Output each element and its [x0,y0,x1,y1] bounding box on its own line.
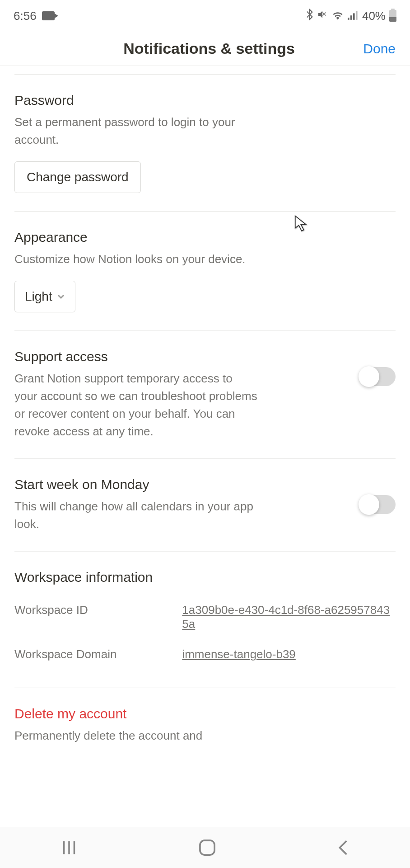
start-week-section: Start week on Monday This will change ho… [14,459,396,552]
signal-icon [348,9,359,23]
workspace-id-label: Workspace ID [14,603,182,631]
done-button[interactable]: Done [363,41,396,57]
workspace-info-title: Workspace information [14,570,396,585]
password-desc: Set a permanent password to login to you… [14,113,258,149]
delete-account-desc: Permanently delete the account and [14,727,303,745]
svg-rect-2 [353,13,355,19]
camera-icon [42,11,55,20]
change-password-button[interactable]: Change password [14,161,141,193]
workspace-info-section: Workspace information Workspace ID 1a309… [14,552,396,688]
appearance-section: Appearance Customize how Notion looks on… [14,212,396,331]
recents-button[interactable] [60,840,78,856]
delete-account-section[interactable]: Delete my account Permanently delete the… [14,688,396,749]
svg-rect-1 [350,15,352,20]
start-week-toggle[interactable] [359,495,396,514]
appearance-select-value: Light [25,289,52,304]
password-section: Password Set a permanent password to log… [14,74,396,212]
workspace-domain-value[interactable]: immense-tangelo-b39 [182,647,396,661]
start-week-desc: This will change how all calendars in yo… [14,498,258,533]
workspace-domain-row: Workspace Domain immense-tangelo-b39 [14,639,396,670]
workspace-id-row: Workspace ID 1a309b0e-e430-4c1d-8f68-a62… [14,595,396,639]
status-bar: 6:56 40% [0,0,410,32]
support-access-desc: Grant Notion support temporary access to… [14,370,258,440]
start-week-title: Start week on Monday [14,477,258,492]
back-button[interactable] [336,840,350,856]
appearance-title: Appearance [14,230,396,245]
workspace-id-value[interactable]: 1a309b0e-e430-4c1d-8f68-a6259578435a [182,603,396,631]
chevron-down-icon [57,292,65,301]
support-access-title: Support access [14,349,258,364]
support-access-toggle[interactable] [359,367,396,386]
workspace-domain-label: Workspace Domain [14,647,182,661]
home-button[interactable] [199,839,216,856]
system-nav-bar [0,827,410,868]
battery-text: 40% [362,9,386,23]
status-left: 6:56 [14,9,55,23]
volume-mute-icon [317,9,328,23]
appearance-select[interactable]: Light [14,281,75,312]
delete-account-title: Delete my account [14,706,396,722]
wifi-icon [331,9,344,23]
bluetooth-icon [305,9,313,24]
support-access-section: Support access Grant Notion support temp… [14,331,396,459]
password-title: Password [14,93,396,108]
toggle-thumb [359,366,379,387]
svg-rect-3 [356,11,358,19]
svg-rect-0 [348,18,349,20]
appearance-desc: Customize how Notion looks on your devic… [14,250,258,268]
svg-rect-7 [200,840,214,854]
header: Notifications & settings Done [0,32,410,66]
status-right: 40% [305,9,396,24]
page-title: Notifications & settings [55,40,363,57]
toggle-thumb [359,494,379,515]
battery-icon [389,10,396,22]
status-time: 6:56 [14,9,37,23]
